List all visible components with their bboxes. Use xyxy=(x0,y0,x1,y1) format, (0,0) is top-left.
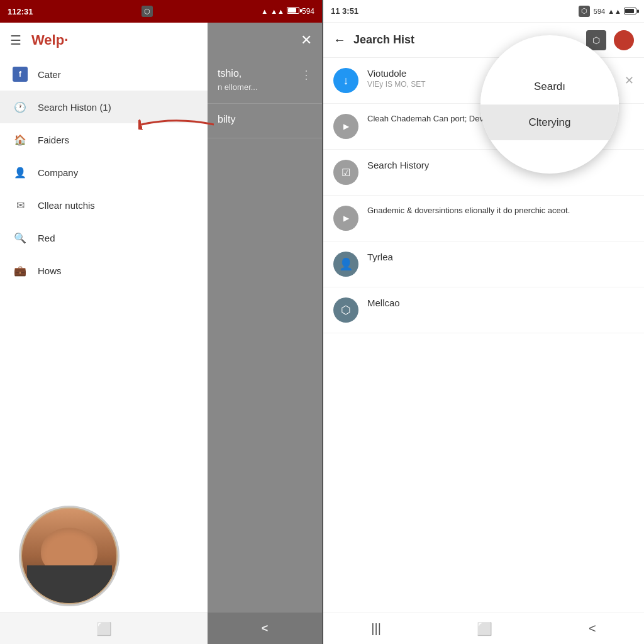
avatar-image xyxy=(22,509,116,603)
list-item-academic-content: Gnademic & doversintions elionally it do… xyxy=(367,206,634,215)
list-item-mellcao-title: Mellcao xyxy=(367,297,634,308)
right-bottom-nav: ||| ⬜ < xyxy=(323,613,644,644)
left-bottom-nav: ⬜ xyxy=(0,613,208,644)
home-icon: 🏠 xyxy=(13,132,28,147)
overlay-header: ✕ xyxy=(208,23,322,58)
list-item-search-history-title: Search History xyxy=(367,160,634,170)
overlay-item-1-subtitle: n ellomer... xyxy=(218,82,258,93)
sidebar-label-hows: Hows xyxy=(38,265,62,276)
sidebar-label-cater: Cater xyxy=(38,69,61,80)
sidebar-label-company: Company xyxy=(38,167,78,178)
sidebar-item-cater[interactable]: f Cater xyxy=(0,58,208,91)
facebook-icon: f xyxy=(13,67,28,82)
arrow-svg xyxy=(138,107,220,142)
user-avatar[interactable] xyxy=(19,506,119,606)
person-icon: 👤 xyxy=(13,165,28,180)
back-button[interactable]: ← xyxy=(333,33,346,47)
clock-icon: 🕐 xyxy=(13,99,28,114)
list-item-search-history-content: Search History xyxy=(367,160,634,170)
sidebar-label-folders: Faiders xyxy=(38,135,69,145)
sidebar-label-clear: Cllear nutchis xyxy=(38,200,95,211)
download-icon: ↓ xyxy=(333,68,358,93)
overlay-item-2-text: bilty xyxy=(218,114,312,125)
list-item-tyrlea-title: Tyrlea xyxy=(367,252,634,262)
header-user-avatar[interactable] xyxy=(614,30,634,50)
shield-icon-2: ⬡ xyxy=(333,297,358,323)
context-menu-search[interactable]: Seardı xyxy=(480,69,619,105)
play-icon-2: ▶ xyxy=(333,206,358,231)
right-battery-label: 594 xyxy=(594,8,605,15)
overlay-bottom-nav: < xyxy=(208,613,322,644)
left-status-bar: 112:31 ⬡ ▲ ▲▲ 594 xyxy=(0,0,322,23)
wifi-icon: ▲▲ xyxy=(270,8,284,15)
play-icon: ▶ xyxy=(333,114,358,139)
right-signal-icon: ▲▲ xyxy=(608,8,621,15)
overlay-close-button[interactable]: ✕ xyxy=(301,32,312,48)
search-icon: 🔍 xyxy=(13,230,28,245)
left-status-icon: ⬡ xyxy=(142,6,153,17)
context-menu-clear[interactable]: Clterying xyxy=(480,105,619,140)
right-phone: 11 3:51 ⬡ 594 ▲▲ ← Jearch Hist ⬡ Seardı … xyxy=(323,0,644,644)
briefcase-icon: 💼 xyxy=(13,263,28,278)
nav-square-icon[interactable]: ⬜ xyxy=(84,616,125,641)
sidebar-label-red: Red xyxy=(38,233,55,243)
context-menu: Seardı Clterying xyxy=(480,35,619,174)
sidebar-item-company[interactable]: 👤 Company xyxy=(0,156,208,189)
signal-icon: ▲ xyxy=(261,8,268,15)
sidebar-item-red[interactable]: 🔍 Red xyxy=(0,221,208,254)
sidebar-header: Welp· xyxy=(0,23,208,58)
right-battery-icon xyxy=(624,8,636,14)
left-status-right: ▲ ▲▲ 594 xyxy=(261,7,314,16)
person-icon-2: 👤 xyxy=(333,252,358,277)
arrow-annotation xyxy=(138,107,220,144)
overlay-item-2: bilty xyxy=(208,104,322,138)
list-item-academic[interactable]: ▶ Gnademic & doversintions elionally it … xyxy=(323,196,644,242)
sidebar: Welp· f Cater 🕐 Search Histon (1) 🏠 xyxy=(0,0,208,644)
email-icon: ✉ xyxy=(13,197,28,213)
list-item-tyrlea-content: Tyrlea xyxy=(367,252,634,262)
overlay-panel: ✕ tshio, n ellomer... ⋮ bilty < xyxy=(208,0,322,644)
right-status-bar: 11 3:51 ⬡ 594 ▲▲ xyxy=(323,0,644,23)
checkbox-icon: ☑ xyxy=(333,160,358,185)
right-nav-home[interactable]: ||| xyxy=(358,616,394,641)
list-item-mellcao[interactable]: ⬡ Mellcao xyxy=(323,287,644,333)
list-item-close-button[interactable]: ✕ xyxy=(625,74,634,87)
right-nav-back[interactable]: < xyxy=(576,616,609,641)
overlay-back-icon[interactable]: < xyxy=(262,622,269,635)
right-status-icon: ⬡ xyxy=(579,6,590,17)
right-nav-square[interactable]: ⬜ xyxy=(464,616,505,641)
right-time: 11 3:51 xyxy=(331,6,358,16)
overlay-item-1: tshio, n ellomer... ⋮ xyxy=(208,58,322,104)
list-item-mellcao-content: Mellcao xyxy=(367,297,634,308)
hamburger-icon[interactable] xyxy=(10,33,21,48)
overlay-item-1-title: tshio, xyxy=(218,68,258,79)
list-item-academic-title: Gnademic & doversintions elionally it do… xyxy=(367,206,634,215)
sidebar-item-clear[interactable]: ✉ Cllear nutchis xyxy=(0,189,208,221)
left-time: 112:31 xyxy=(8,7,33,16)
sidebar-label-search-history: Search Histon (1) xyxy=(38,102,111,113)
battery-label: 594 xyxy=(302,7,314,16)
list-item-tyrlea[interactable]: 👤 Tyrlea xyxy=(323,242,644,287)
sidebar-item-hows[interactable]: 💼 Hows xyxy=(0,254,208,287)
battery-icon xyxy=(287,7,299,16)
list-item-search-history[interactable]: ☑ Search History xyxy=(323,150,644,196)
left-phone: 112:31 ⬡ ▲ ▲▲ 594 Welp· f Cater 🕐 Search… xyxy=(0,0,322,644)
app-logo: Welp· xyxy=(31,32,68,48)
overlay-more-icon[interactable]: ⋮ xyxy=(301,68,312,82)
